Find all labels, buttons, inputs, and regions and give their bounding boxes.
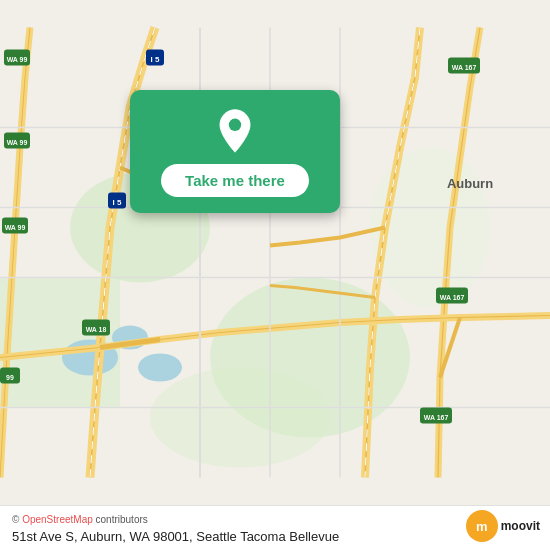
moovit-icon: m <box>466 510 498 542</box>
svg-text:WA 167: WA 167 <box>440 294 465 301</box>
map-svg: I 5 I 5 WA 99 WA 99 WA 99 99 WA 167 WA 1… <box>0 0 550 505</box>
svg-point-8 <box>138 354 182 382</box>
osm-credit: © OpenStreetMap contributors <box>12 514 538 525</box>
take-me-there-button[interactable]: Take me there <box>161 164 309 197</box>
svg-point-37 <box>229 119 241 131</box>
app-container: I 5 I 5 WA 99 WA 99 WA 99 99 WA 167 WA 1… <box>0 0 550 550</box>
svg-text:WA 167: WA 167 <box>424 414 449 421</box>
svg-text:99: 99 <box>6 374 14 381</box>
osm-link[interactable]: OpenStreetMap <box>22 514 93 525</box>
copyright-symbol: © <box>12 514 19 525</box>
svg-text:WA 99: WA 99 <box>7 56 28 63</box>
svg-text:I 5: I 5 <box>113 198 122 207</box>
svg-text:WA 167: WA 167 <box>452 64 477 71</box>
moovit-brand: moovit <box>501 519 540 533</box>
osm-contributors: contributors <box>96 514 148 525</box>
map-area: I 5 I 5 WA 99 WA 99 WA 99 99 WA 167 WA 1… <box>0 0 550 505</box>
moovit-logo: m moovit <box>466 510 540 542</box>
pin-icon <box>212 108 258 154</box>
svg-text:Auburn: Auburn <box>447 176 493 191</box>
svg-text:I 5: I 5 <box>151 55 160 64</box>
location-card: Take me there <box>130 90 340 213</box>
address-line: 51st Ave S, Auburn, WA 98001, Seattle Ta… <box>12 529 538 544</box>
bottom-bar: © OpenStreetMap contributors 51st Ave S,… <box>0 505 550 550</box>
svg-text:WA 99: WA 99 <box>7 139 28 146</box>
svg-text:WA 18: WA 18 <box>86 326 107 333</box>
svg-text:WA 99: WA 99 <box>5 224 26 231</box>
svg-point-5 <box>150 368 330 468</box>
